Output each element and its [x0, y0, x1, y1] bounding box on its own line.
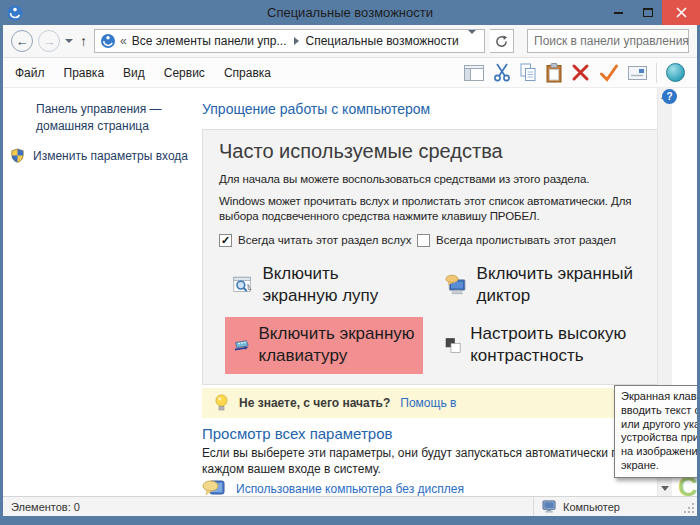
sidebar: Панель управления — домашняя страница Из…	[10, 101, 195, 163]
menu-tools[interactable]: Сервис	[164, 66, 205, 80]
delete-button[interactable]	[571, 63, 590, 82]
refresh-button[interactable]	[490, 29, 514, 53]
delete-x-icon	[571, 63, 590, 82]
close-button[interactable]	[662, 0, 700, 25]
copy-button[interactable]	[520, 63, 537, 82]
chevron-down-icon	[468, 30, 476, 48]
refresh-icon	[495, 35, 508, 48]
toolbar-separator	[656, 63, 657, 83]
organize-panel-icon	[464, 65, 484, 81]
computer-icon	[542, 500, 557, 513]
status-location: Компьютер	[533, 497, 697, 516]
frequently-used-tools-box: Часто используемые средства Для начала в…	[202, 129, 672, 385]
check-icon: ✓	[221, 235, 230, 246]
search-box[interactable]	[527, 29, 689, 53]
checkmark-icon	[599, 64, 619, 82]
scan-section-checkbox-item[interactable]: Всегда пролистывать этот раздел	[417, 234, 616, 247]
box-paragraph-2: Windows может прочитать вслух и пролиста…	[219, 194, 657, 225]
recent-pages-dropdown[interactable]	[65, 39, 73, 43]
help-icon: ?	[666, 91, 672, 102]
sidebar-item-sign-in-settings[interactable]: Изменить параметры входа	[10, 148, 195, 163]
window-bottom-frame	[0, 516, 700, 525]
tip-help-link[interactable]: Помощь в	[400, 396, 456, 410]
toolbar	[464, 63, 685, 83]
sidebar-item-control-panel-home[interactable]: Панель управления — домашняя страница	[36, 101, 188, 135]
checkbox-checked[interactable]: ✓	[219, 234, 232, 247]
content-area: ? Панель управления — домашняя страница …	[3, 88, 697, 496]
checkbox-label: Всегда читать этот раздел вслух	[238, 234, 412, 246]
box-title: Часто используемые средства	[219, 140, 657, 163]
option-label: Включить экранный диктор	[477, 263, 663, 307]
magnifier-icon	[233, 274, 253, 297]
help-button[interactable]: ?	[662, 89, 677, 104]
explore-all-settings-description: Если вы выберете эти параметры, они буду…	[202, 446, 672, 477]
back-arrow-icon: ←	[16, 34, 29, 49]
close-icon	[676, 7, 687, 18]
tip-question: Не знаете, с чего начать?	[239, 396, 390, 410]
menu-help[interactable]: Справка	[224, 66, 271, 80]
checkbox-row: ✓ Всегда читать этот раздел вслух Всегда…	[219, 234, 657, 247]
high-contrast-icon	[445, 334, 461, 357]
menu-edit[interactable]: Правка	[64, 66, 105, 80]
box-paragraph-1: Для начала вы можете воспользоваться сре…	[219, 172, 657, 188]
sidebar-item-label: Изменить параметры входа	[33, 148, 188, 163]
maximize-button[interactable]	[633, 0, 662, 25]
title-bar: Специальные возможности	[0, 0, 700, 25]
footer-link-row: Использование компьютера без дисплея	[202, 479, 464, 496]
validate-button[interactable]	[599, 64, 619, 82]
lightbulb-icon	[214, 394, 229, 412]
checkbox-label: Всегда пролистывать этот раздел	[436, 234, 616, 246]
menu-file[interactable]: Файл	[15, 66, 45, 80]
search-input[interactable]	[534, 34, 689, 48]
keyboard-tooltip: Экранная клавиатура позволяет вводить те…	[614, 385, 697, 478]
properties-button[interactable]	[628, 66, 647, 80]
forward-arrow-icon: →	[43, 34, 56, 49]
breadcrumb-current[interactable]: Специальные возможности	[306, 34, 459, 48]
status-bar: Элементов: 0 Компьютер	[3, 496, 697, 516]
breadcrumb-overflow[interactable]: «	[120, 34, 127, 48]
minimize-icon	[614, 12, 623, 14]
main-panel: Упрощение работы с компьютером Часто исп…	[202, 88, 672, 496]
maximize-icon	[643, 8, 653, 17]
navigation-bar: ← → ↑ « Все элементы панели упр... Специ…	[3, 25, 697, 58]
use-without-display-icon	[202, 479, 226, 496]
app-window: Специальные возможности ← → ↑ « Все элем…	[0, 0, 700, 525]
up-button[interactable]: ↑	[78, 33, 89, 49]
scissors-icon	[493, 63, 511, 82]
back-button[interactable]: ←	[11, 30, 33, 52]
keyboard-icon	[233, 335, 250, 356]
page-title: Упрощение работы с компьютером	[202, 101, 430, 117]
narrator-icon	[445, 273, 468, 297]
uac-shield-icon	[10, 148, 25, 163]
forward-button[interactable]: →	[38, 30, 60, 52]
use-computer-without-display-link[interactable]: Использование компьютера без дисплея	[236, 482, 464, 496]
read-aloud-checkbox-item[interactable]: ✓ Всегда читать этот раздел вслух	[219, 234, 417, 247]
option-start-on-screen-keyboard[interactable]: Включить экранную клавиатуру	[225, 317, 423, 374]
resize-grip[interactable]	[692, 511, 694, 513]
paste-clipboard-icon	[546, 63, 562, 83]
triangle-down-icon	[661, 486, 669, 491]
folder-options-button[interactable]	[666, 63, 685, 82]
option-set-high-contrast[interactable]: Настроить высокую контрастность	[437, 317, 669, 374]
option-label: Включить экранную клавиатуру	[259, 323, 417, 367]
address-ease-of-access-icon	[100, 33, 116, 49]
window-title: Специальные возможности	[0, 5, 700, 20]
option-label: Включить экранную лупу	[262, 263, 417, 307]
menu-view[interactable]: Вид	[123, 66, 145, 80]
address-bar[interactable]: « Все элементы панели упр... Специальные…	[94, 29, 485, 53]
minimize-button[interactable]	[604, 0, 633, 25]
breadcrumb-root[interactable]: Все элементы панели упр...	[132, 34, 287, 48]
checkbox-unchecked[interactable]	[417, 234, 430, 247]
cut-button[interactable]	[493, 63, 511, 82]
paste-button[interactable]	[546, 63, 562, 83]
breadcrumb-separator-icon	[294, 37, 299, 45]
scroll-down-button[interactable]	[658, 480, 672, 496]
options-grid: Включить экранную лупу Включить экранный…	[225, 257, 657, 374]
option-start-magnifier[interactable]: Включить экранную лупу	[225, 257, 423, 314]
option-start-narrator[interactable]: Включить экранный диктор	[437, 257, 669, 314]
tip-bar: Не знаете, с чего начать? Помощь в	[202, 388, 672, 418]
address-dropdown[interactable]	[460, 34, 484, 48]
up-arrow-icon: ↑	[80, 33, 87, 49]
organize-panel-button[interactable]	[464, 65, 484, 81]
items-count: Элементов: 0	[3, 501, 80, 513]
